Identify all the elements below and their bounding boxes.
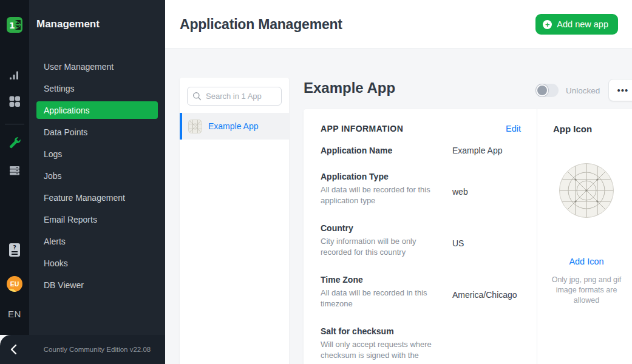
help-feedback-icon[interactable]: ? bbox=[8, 243, 21, 257]
field-description: All data will be recorded for this appli… bbox=[321, 184, 436, 207]
sidebar-item-hooks[interactable]: Hooks bbox=[29, 252, 165, 274]
app-information-card: APP INFORMATION Edit Application Name Ex… bbox=[304, 109, 632, 364]
field-time-zone: Time Zone All data will be recorded in t… bbox=[321, 275, 521, 310]
sidebar-item-applications[interactable]: Applications bbox=[36, 101, 158, 119]
field-description: All data will be recorded in this timezo… bbox=[321, 288, 436, 310]
sidebar-item-settings[interactable]: Settings bbox=[29, 78, 165, 99]
sidebar-item-jobs[interactable]: Jobs bbox=[29, 165, 165, 187]
add-new-app-button[interactable]: Add new app bbox=[535, 14, 618, 35]
icon-format-note: Only jpg, png and gif image formats are … bbox=[543, 275, 630, 306]
sidebar-item-data-points[interactable]: Data Points bbox=[29, 121, 165, 143]
lock-toggle[interactable] bbox=[535, 84, 559, 97]
app-information-column: APP INFORMATION Edit Application Name Ex… bbox=[321, 124, 521, 364]
sidebar-item-feature-management[interactable]: Feature Management bbox=[29, 187, 165, 209]
field-application-type: Application Type All data will be record… bbox=[321, 172, 521, 207]
field-description: Will only accept requests where checksum… bbox=[321, 339, 436, 364]
plugins-grid-icon[interactable] bbox=[8, 95, 21, 108]
add-new-app-label: Add new app bbox=[557, 19, 608, 29]
svg-text:?: ? bbox=[13, 244, 16, 251]
field-label: Time Zone bbox=[321, 275, 443, 285]
field-value: America/Chicago bbox=[452, 290, 517, 310]
sidebar-footer: Countly Community Edition v22.08 bbox=[0, 335, 165, 364]
field-value: US bbox=[452, 238, 464, 258]
lock-toggle-label: Unlocked bbox=[566, 86, 600, 95]
sidebar-item-user-management[interactable]: User Management bbox=[29, 56, 165, 78]
sidebar-item-alerts[interactable]: Alerts bbox=[29, 231, 165, 252]
plus-icon bbox=[543, 20, 552, 29]
more-options-button[interactable]: ••• bbox=[608, 79, 632, 101]
management-sidebar: Management User Management Settings Appl… bbox=[29, 0, 165, 335]
rail-divider bbox=[5, 124, 24, 124]
field-label: Application Type bbox=[321, 172, 443, 181]
field-country: Country City information will be only re… bbox=[321, 223, 521, 258]
management-wrench-icon[interactable] bbox=[8, 136, 21, 150]
page-title: Application Management bbox=[180, 16, 342, 33]
app-icon-column: App Icon Add Icon Only jpg, png and gif … bbox=[537, 109, 632, 364]
field-description: City information will be only recorded f… bbox=[321, 236, 436, 258]
collapse-sidebar-icon[interactable] bbox=[8, 344, 21, 355]
app-icon-heading: App Icon bbox=[553, 124, 632, 134]
sidebar-menu: User Management Settings Applications Da… bbox=[29, 56, 165, 296]
page-header: Application Management Add new app bbox=[165, 0, 632, 49]
lock-toggle-knob bbox=[536, 84, 548, 96]
app-information-heading: APP INFORMATION bbox=[321, 124, 403, 133]
field-application-name: Application Name Example App bbox=[321, 146, 521, 155]
field-value: Example App bbox=[452, 146, 503, 155]
sidebar-title: Management bbox=[36, 18, 100, 30]
user-avatar[interactable]: EU bbox=[7, 276, 22, 292]
field-value: web bbox=[452, 187, 468, 207]
sidebar-item-email-reports[interactable]: Email Reports bbox=[29, 209, 165, 231]
data-manager-server-icon[interactable] bbox=[8, 164, 21, 177]
app-list-panel: Example App bbox=[180, 78, 289, 364]
field-salt-for-checksum: Salt for checksum Will only accept reque… bbox=[321, 326, 521, 364]
edit-link[interactable]: Edit bbox=[506, 124, 521, 133]
field-label: Country bbox=[321, 223, 443, 233]
content-area: Example App Example App Unlocked ••• APP… bbox=[165, 49, 632, 364]
icon-rail: 1 bbox=[0, 0, 29, 335]
add-icon-link[interactable]: Add Icon bbox=[537, 257, 632, 266]
analytics-bar-chart-icon[interactable] bbox=[8, 69, 21, 82]
app-detail-title: Example App bbox=[304, 79, 395, 96]
app-thumbnail-icon bbox=[188, 120, 202, 133]
app-list-item-label: Example App bbox=[208, 121, 259, 131]
sidebar-item-db-viewer[interactable]: DB Viewer bbox=[29, 274, 165, 296]
version-label: Countly Community Edition v22.08 bbox=[29, 335, 165, 364]
language-selector[interactable]: EN bbox=[0, 309, 29, 319]
app-list-item-example-app[interactable]: Example App bbox=[180, 113, 289, 140]
field-label: Salt for checksum bbox=[321, 326, 443, 336]
search-icon bbox=[192, 92, 202, 101]
countly-logo-icon[interactable]: 1 bbox=[7, 17, 22, 33]
svg-text:1: 1 bbox=[9, 21, 15, 30]
field-label: Application Name bbox=[321, 146, 443, 155]
sidebar-item-logs[interactable]: Logs bbox=[29, 143, 165, 165]
app-search bbox=[187, 87, 282, 106]
app-icon-placeholder bbox=[558, 162, 615, 219]
